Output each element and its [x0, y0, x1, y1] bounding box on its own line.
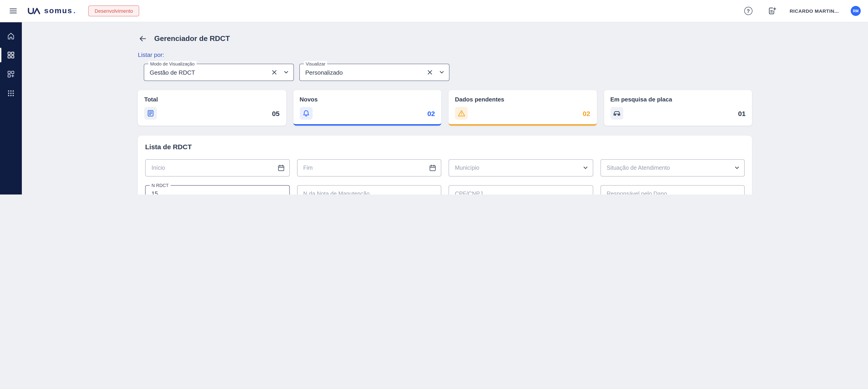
- view-mode-value: Gestão de RDCT: [150, 69, 271, 76]
- sidebar: [0, 22, 22, 194]
- sidebar-item-modules-2[interactable]: [0, 65, 22, 84]
- topbar-actions: ? RICARDO MARTIN... RM: [742, 5, 861, 17]
- calendar-icon: [277, 164, 284, 172]
- home-icon: [7, 32, 15, 40]
- sidebar-item-rdct-modules[interactable]: [0, 46, 22, 65]
- rdct-list-panel: Lista de RDCT: [138, 136, 752, 194]
- list-by-label: Listar por:: [138, 52, 752, 58]
- brand-name: somus: [44, 6, 72, 16]
- brand-dot: .: [73, 6, 75, 16]
- view-mode-select[interactable]: Modo de Visualização Gestão de RDCT: [144, 64, 294, 81]
- filter-nota-manutencao[interactable]: [297, 185, 441, 194]
- chevron-down-icon: [439, 70, 444, 75]
- municipio-input[interactable]: [454, 164, 583, 172]
- cpf-cnpj-input[interactable]: [454, 190, 588, 194]
- view-mode-label: Modo de Visualização: [148, 61, 196, 67]
- filter-cpf-cnpj[interactable]: [448, 185, 593, 194]
- help-button[interactable]: ?: [742, 5, 754, 17]
- note-add-icon: [768, 7, 776, 15]
- filter-situacao-atendimento[interactable]: [600, 159, 745, 177]
- environment-badge: Desenvolvimento: [88, 5, 140, 17]
- stat-card-title: Novos: [300, 96, 435, 103]
- back-arrow-icon: [139, 35, 147, 43]
- stat-card-total[interactable]: Total 05: [138, 90, 286, 126]
- car-icon: [613, 110, 621, 117]
- sidebar-item-home[interactable]: [0, 26, 22, 46]
- hamburger-menu-button[interactable]: [7, 5, 19, 17]
- view-filters: Modo de Visualização Gestão de RDCT Visu…: [144, 64, 752, 81]
- filter-responsavel-dano[interactable]: [600, 185, 745, 194]
- user-name[interactable]: RICARDO MARTIN...: [789, 8, 839, 13]
- fim-input[interactable]: [302, 164, 429, 172]
- stat-cards: Total 05 Novos: [138, 90, 752, 126]
- filter-municipio[interactable]: [448, 159, 593, 177]
- bell-icon: [302, 110, 310, 117]
- visualize-value: Personalizado: [305, 69, 426, 76]
- stat-card-title: Em pesquisa de placa: [610, 96, 746, 103]
- list-icon: [147, 110, 154, 117]
- filter-grid: N RDCT: [145, 159, 745, 194]
- app-root: somus. Desenvolvimento ? RICARDO MARTIN.…: [0, 0, 868, 194]
- chevron-down-icon: [583, 165, 588, 171]
- stat-card-value: 01: [738, 110, 746, 117]
- warning-icon: [458, 110, 465, 117]
- visualize-label: Visualizar: [304, 61, 327, 67]
- help-icon: ?: [744, 7, 752, 15]
- main-area: Gerenciador de RDCT Listar por: Modo de …: [22, 22, 868, 194]
- situacao-atendimento-input[interactable]: [606, 164, 734, 172]
- stat-card-value: 05: [272, 110, 280, 117]
- close-icon: [272, 70, 277, 75]
- stat-card-value: 02: [427, 110, 435, 117]
- close-icon: [427, 70, 433, 75]
- modules-add-icon: [7, 70, 15, 78]
- brand-mark-icon: [27, 7, 41, 14]
- n-rdct-label: N RDCT: [150, 182, 170, 188]
- stat-card-value: 02: [583, 110, 590, 117]
- stat-card-title: Total: [144, 96, 280, 103]
- panel-title: Lista de RDCT: [145, 143, 745, 151]
- nota-manutencao-input[interactable]: [302, 190, 436, 194]
- back-button[interactable]: [138, 34, 148, 44]
- chevron-down-icon: [283, 70, 289, 75]
- note-add-button[interactable]: [766, 5, 778, 17]
- stat-card-dados-pendentes[interactable]: Dados pendentes 02: [448, 90, 597, 126]
- brand-logo[interactable]: somus.: [27, 6, 75, 16]
- chevron-down-icon: [734, 165, 740, 171]
- page-title: Gerenciador de RDCT: [154, 35, 230, 43]
- filter-fim[interactable]: [297, 159, 441, 177]
- apps-grid-icon: [7, 51, 15, 59]
- visualize-select[interactable]: Visualizar Personalizado: [299, 64, 450, 81]
- topbar: somus. Desenvolvimento ? RICARDO MARTIN.…: [0, 0, 868, 22]
- apps-dots-icon: [7, 89, 15, 97]
- filter-inicio[interactable]: [145, 159, 289, 177]
- stat-card-novos[interactable]: Novos 02: [293, 90, 441, 126]
- stat-card-pesquisa-placa[interactable]: Em pesquisa de placa 01: [604, 90, 752, 126]
- avatar[interactable]: RM: [851, 6, 861, 16]
- inicio-input[interactable]: [151, 164, 277, 172]
- clear-visualize-button[interactable]: [426, 69, 434, 76]
- calendar-icon: [429, 164, 436, 172]
- clear-view-mode-button[interactable]: [271, 69, 278, 76]
- stat-card-title: Dados pendentes: [455, 96, 590, 103]
- sidebar-item-modules-3[interactable]: [0, 84, 22, 103]
- responsavel-dano-input[interactable]: [606, 190, 740, 194]
- filter-n-rdct[interactable]: N RDCT: [145, 185, 289, 194]
- hamburger-icon: [9, 7, 17, 15]
- n-rdct-input[interactable]: [151, 190, 284, 194]
